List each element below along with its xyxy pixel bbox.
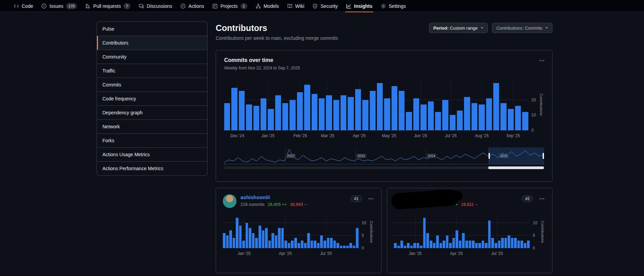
y-tick-label: 0 xyxy=(362,246,364,250)
scrollbar-thumb[interactable] xyxy=(488,166,544,169)
bar xyxy=(265,228,268,248)
bar xyxy=(246,104,252,130)
avatar[interactable] xyxy=(223,194,236,208)
bar xyxy=(271,233,274,248)
year-divider: 2022 xyxy=(285,147,285,164)
navigator-scrollbar[interactable] xyxy=(224,166,544,169)
tab-label: Projects xyxy=(220,3,238,9)
sidebar-item-traffic[interactable]: Traffic xyxy=(97,64,207,78)
bar-series xyxy=(394,215,530,248)
bar xyxy=(417,243,419,248)
chart-title: Commits over time xyxy=(224,57,544,63)
contributor-2-chart: Jan '25Apr '25Jul '25 0510 Contributions xyxy=(394,215,545,256)
bar xyxy=(290,100,295,130)
x-tick-label: Sep '25 xyxy=(506,133,520,138)
period-dropdown[interactable]: Period: Custom range xyxy=(429,23,488,33)
contributions-dropdown[interactable]: Contributions: Commits xyxy=(492,23,552,33)
bar xyxy=(413,243,416,248)
bar xyxy=(522,112,528,130)
sidebar-item-community[interactable]: Community xyxy=(97,50,207,64)
bar xyxy=(426,233,429,248)
contributor-cards: ashishsoniii 216 commits 26,405 ++ 16,94… xyxy=(216,188,552,273)
sidebar-item-actions-performance-metrics[interactable]: Actions Performance Metrics xyxy=(97,161,207,175)
bar xyxy=(294,238,297,248)
sidebar-item-actions-usage-metrics[interactable]: Actions Usage Metrics xyxy=(97,147,207,161)
tab-projects[interactable]: Projects1 xyxy=(208,0,251,12)
x-tick-label: Jun '25 xyxy=(414,133,427,138)
models-icon xyxy=(255,3,261,9)
bar xyxy=(340,246,343,248)
bar xyxy=(336,243,339,248)
plot-area xyxy=(224,79,528,130)
bar xyxy=(501,238,504,248)
bar xyxy=(511,238,514,248)
insights-sidebar: PulseContributorsCommunityTrafficCommits… xyxy=(97,21,208,176)
bar xyxy=(440,243,442,248)
sidebar-item-pulse[interactable]: Pulse xyxy=(97,22,207,36)
tab-label: Discussions xyxy=(147,3,172,9)
bar xyxy=(281,228,284,248)
bar xyxy=(406,112,412,130)
rank-badge: #2 xyxy=(522,195,533,202)
bar xyxy=(224,103,230,130)
bar xyxy=(370,91,376,130)
x-tick-label: Mar '25 xyxy=(321,133,334,138)
contributor-identity: ashishsoniii 216 commits 26,405 ++ 16,94… xyxy=(241,194,351,207)
brush-selection[interactable] xyxy=(489,147,544,164)
brush-handle-right[interactable] xyxy=(543,153,544,159)
brush-handle-left[interactable] xyxy=(489,153,490,159)
bar xyxy=(268,241,271,248)
contributor-username-link[interactable]: ashishsoniii xyxy=(241,194,270,200)
sidebar-item-network[interactable]: Network xyxy=(97,119,207,133)
tab-label: Settings xyxy=(389,3,406,9)
x-tick-label: Dec '24 xyxy=(230,133,244,138)
sidebar-item-code-frequency[interactable]: Code frequency xyxy=(97,92,207,105)
sidebar-item-forks[interactable]: Forks xyxy=(97,133,207,147)
bar xyxy=(485,243,488,248)
tab-discussions[interactable]: Discussions xyxy=(134,0,176,12)
bar xyxy=(346,246,349,248)
bar xyxy=(226,236,229,248)
kebab-icon xyxy=(539,58,545,63)
y-tick-label: 20 xyxy=(531,98,536,102)
tab-models[interactable]: Models xyxy=(251,0,283,12)
tab-label: Code xyxy=(22,3,33,9)
tab-actions[interactable]: Actions xyxy=(176,0,208,12)
tab-issues[interactable]: Issues170 xyxy=(37,0,81,12)
counter-badge: 7 xyxy=(123,3,130,9)
contributions-dropdown-value: Commits xyxy=(525,26,542,31)
kebab-menu-button[interactable] xyxy=(539,195,545,202)
bar xyxy=(413,98,419,130)
tab-insights[interactable]: Insights xyxy=(342,0,377,12)
bar xyxy=(355,89,361,130)
bar xyxy=(500,103,506,130)
bar xyxy=(268,109,274,130)
bar xyxy=(464,97,470,130)
repo-nav: CodeIssues170Pull requests7DiscussionsAc… xyxy=(10,0,410,12)
y-tick-label: 10 xyxy=(531,113,536,117)
bar xyxy=(423,218,426,248)
tab-code[interactable]: Code xyxy=(10,0,37,12)
bar xyxy=(527,241,530,248)
bar xyxy=(462,233,465,248)
tab-wiki[interactable]: Wiki xyxy=(283,0,308,12)
tab-settings[interactable]: Settings xyxy=(377,0,410,12)
bar xyxy=(410,246,413,248)
sidebar-item-contributors[interactable]: Contributors xyxy=(97,36,207,50)
x-axis: Jan '25Apr '25Jul '25 xyxy=(223,248,359,256)
x-tick-label: Jul '25 xyxy=(445,133,457,138)
sidebar-item-commits[interactable]: Commits xyxy=(97,78,207,92)
kebab-menu-button[interactable] xyxy=(539,57,545,64)
y-axis: 01020 xyxy=(528,79,539,130)
tab-security[interactable]: Security xyxy=(308,0,342,12)
timeline-navigator[interactable]: 2022202320242025 xyxy=(224,147,544,164)
bar xyxy=(469,241,472,248)
bar xyxy=(443,241,445,248)
year-label: 2023 xyxy=(356,153,366,158)
sidebar-item-dependency-graph[interactable]: Dependency graph xyxy=(97,105,207,119)
kebab-menu-button[interactable] xyxy=(367,195,374,202)
tab-pull-requests[interactable]: Pull requests7 xyxy=(81,0,134,12)
commits-over-time-card: Commits over time Weekly from Nov 22, 20… xyxy=(216,50,552,182)
bar xyxy=(442,100,448,130)
bar xyxy=(353,246,356,248)
